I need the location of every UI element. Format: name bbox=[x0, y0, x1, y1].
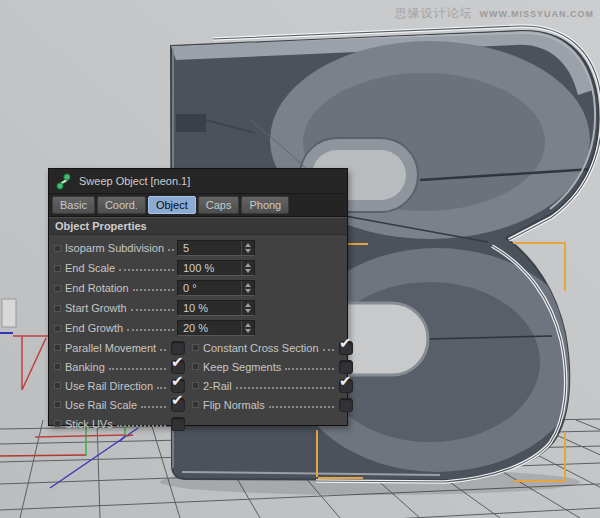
cell-banking: Banking ✔ bbox=[54, 360, 182, 374]
keyframe-dot[interactable] bbox=[192, 344, 199, 351]
spinner-up-icon[interactable] bbox=[245, 263, 251, 267]
constant-cross-section-checkbox[interactable]: ✔ bbox=[339, 341, 353, 355]
checkmark-icon: ✔ bbox=[171, 353, 184, 371]
panel-titlebar[interactable]: Sweep Object [neon.1] bbox=[49, 169, 347, 194]
dotted-leader bbox=[157, 387, 166, 389]
param-label: Isoparm Subdivision bbox=[65, 242, 164, 254]
keyframe-dot[interactable] bbox=[54, 305, 61, 312]
dotted-leader bbox=[285, 368, 334, 370]
spinner-control[interactable] bbox=[241, 301, 254, 315]
spinner-control[interactable] bbox=[241, 261, 254, 275]
object-properties: Isoparm Subdivision 5 End Scale 100 % En… bbox=[49, 235, 347, 433]
cell-parallel-movement: Parallel Movement ✔ bbox=[54, 341, 182, 355]
spinner-up-icon[interactable] bbox=[245, 303, 251, 307]
keyframe-dot[interactable] bbox=[54, 265, 61, 272]
panel-title: Sweep Object [neon.1] bbox=[79, 175, 190, 187]
sweep-object-icon bbox=[55, 173, 72, 190]
param-row-start-growth: Start Growth 10 % bbox=[54, 298, 341, 318]
cell-2-rail: 2-Rail ✔ bbox=[192, 379, 353, 393]
spinner-down-icon[interactable] bbox=[245, 309, 251, 313]
dotted-leader bbox=[269, 406, 334, 408]
param-label: End Growth bbox=[65, 322, 123, 334]
checkmark-icon: ✔ bbox=[339, 372, 352, 390]
section-header: Object Properties bbox=[49, 217, 347, 235]
param-label: End Rotation bbox=[65, 282, 129, 294]
field-value[interactable]: 0 ° bbox=[178, 281, 241, 295]
panel-tabs: Basic Coord. Object Caps Phong bbox=[49, 194, 347, 217]
dotted-leader bbox=[117, 425, 166, 427]
keyframe-dot[interactable] bbox=[54, 382, 61, 389]
param-label: End Scale bbox=[65, 262, 115, 274]
dotted-leader bbox=[160, 349, 166, 351]
start-growth-field[interactable]: 10 % bbox=[177, 300, 255, 316]
keyframe-dot[interactable] bbox=[54, 420, 61, 427]
stick-uvs-checkbox[interactable]: ✔ bbox=[171, 417, 185, 431]
spinner-up-icon[interactable] bbox=[245, 283, 251, 287]
keyframe-dot[interactable] bbox=[54, 285, 61, 292]
field-value[interactable]: 20 % bbox=[178, 321, 241, 335]
two-rail-checkbox[interactable]: ✔ bbox=[339, 379, 353, 393]
end-growth-field[interactable]: 20 % bbox=[177, 320, 255, 336]
param-label: Banking bbox=[65, 361, 105, 373]
keyframe-dot[interactable] bbox=[54, 363, 61, 370]
tab-basic[interactable]: Basic bbox=[52, 196, 95, 214]
param-row-end-growth: End Growth 20 % bbox=[54, 318, 341, 338]
checkmark-icon: ✔ bbox=[171, 372, 184, 390]
dotted-leader bbox=[131, 309, 174, 311]
param-label: Keep Segments bbox=[203, 361, 281, 373]
end-scale-field[interactable]: 100 % bbox=[177, 260, 255, 276]
checkbox-row-1: Parallel Movement ✔ Constant Cross Secti… bbox=[54, 338, 341, 357]
checkmark-icon: ✔ bbox=[171, 391, 184, 409]
spinner-control[interactable] bbox=[241, 241, 254, 255]
spinner-down-icon[interactable] bbox=[245, 269, 251, 273]
watermark-site-name: 思缘设计论坛 bbox=[395, 5, 473, 22]
spinner-down-icon[interactable] bbox=[245, 289, 251, 293]
flip-normals-checkbox[interactable]: ✔ bbox=[339, 398, 353, 412]
param-label: Parallel Movement bbox=[65, 342, 156, 354]
dotted-leader bbox=[323, 349, 334, 351]
keyframe-dot[interactable] bbox=[192, 382, 199, 389]
keyframe-dot[interactable] bbox=[192, 363, 199, 370]
spinner-control[interactable] bbox=[241, 281, 254, 295]
field-value[interactable]: 10 % bbox=[178, 301, 241, 315]
field-value[interactable]: 5 bbox=[178, 241, 241, 255]
checkmark-icon: ✔ bbox=[339, 334, 352, 352]
tab-phong[interactable]: Phong bbox=[241, 196, 289, 214]
tab-object[interactable]: Object bbox=[148, 196, 196, 214]
dotted-leader bbox=[141, 406, 166, 408]
keyframe-dot[interactable] bbox=[54, 325, 61, 332]
isoparm-subdivision-field[interactable]: 5 bbox=[177, 240, 255, 256]
param-label: Constant Cross Section bbox=[203, 342, 319, 354]
spinner-control[interactable] bbox=[241, 321, 254, 335]
param-row-isoparm-subdivision: Isoparm Subdivision 5 bbox=[54, 238, 341, 258]
field-value[interactable]: 100 % bbox=[178, 261, 241, 275]
watermark: 思缘设计论坛 WWW.MISSYUAN.COM bbox=[395, 5, 595, 22]
tab-coord[interactable]: Coord. bbox=[97, 196, 146, 214]
tab-caps[interactable]: Caps bbox=[198, 196, 240, 214]
keyframe-dot[interactable] bbox=[54, 344, 61, 351]
spinner-up-icon[interactable] bbox=[245, 243, 251, 247]
checkbox-row-3: Use Rail Direction ✔ 2-Rail ✔ bbox=[54, 376, 341, 395]
end-rotation-field[interactable]: 0 ° bbox=[177, 280, 255, 296]
param-row-end-scale: End Scale 100 % bbox=[54, 258, 341, 278]
checkbox-row-5: Stick UVs ✔ bbox=[54, 414, 341, 433]
sweep-object-attribute-panel: Sweep Object [neon.1] Basic Coord. Objec… bbox=[48, 168, 348, 426]
dotted-leader bbox=[109, 368, 166, 370]
spinner-up-icon[interactable] bbox=[245, 323, 251, 327]
keyframe-dot[interactable] bbox=[192, 401, 199, 408]
checkbox-row-4: Use Rail Scale ✔ Flip Normals ✔ bbox=[54, 395, 341, 414]
application-window: 思缘设计论坛 WWW.MISSYUAN.COM Sweep Object [ne… bbox=[0, 0, 600, 518]
param-label: Use Rail Scale bbox=[65, 399, 137, 411]
cell-keep-segments: Keep Segments ✔ bbox=[192, 360, 353, 374]
spinner-down-icon[interactable] bbox=[245, 329, 251, 333]
keyframe-dot[interactable] bbox=[54, 245, 61, 252]
cell-stick-uvs: Stick UVs ✔ bbox=[54, 417, 182, 431]
dotted-leader bbox=[133, 289, 174, 291]
param-label: Stick UVs bbox=[65, 418, 113, 430]
use-rail-scale-checkbox[interactable]: ✔ bbox=[171, 398, 185, 412]
keyframe-dot[interactable] bbox=[54, 401, 61, 408]
checkbox-row-2: Banking ✔ Keep Segments ✔ bbox=[54, 357, 341, 376]
cell-flip-normals: Flip Normals ✔ bbox=[192, 398, 353, 412]
param-label: Start Growth bbox=[65, 302, 127, 314]
spinner-down-icon[interactable] bbox=[245, 249, 251, 253]
